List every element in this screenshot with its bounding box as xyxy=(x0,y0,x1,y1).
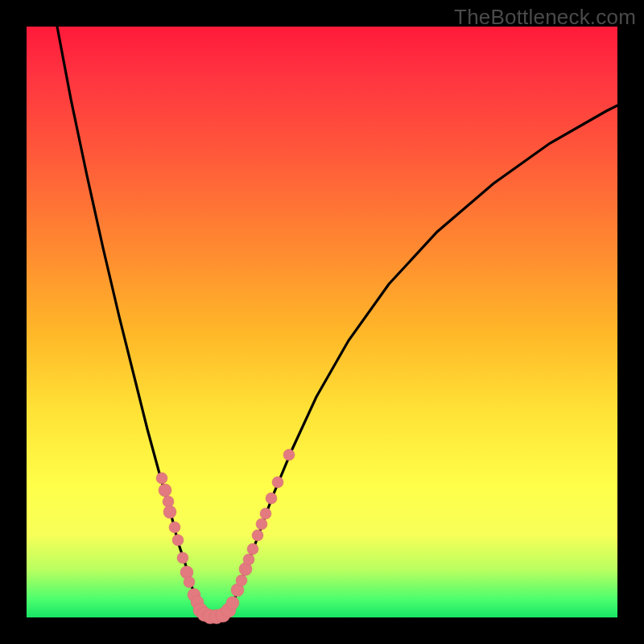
curve-marker xyxy=(247,543,258,555)
curve-marker xyxy=(266,493,277,504)
curve-marker xyxy=(163,496,174,507)
bottleneck-curve xyxy=(57,27,617,617)
curve-marker xyxy=(163,506,176,518)
curve-marker xyxy=(184,576,195,588)
curve-marker xyxy=(283,449,295,460)
curve-marker xyxy=(169,522,180,533)
curve-marker xyxy=(256,518,267,530)
curve-marker xyxy=(260,508,271,519)
curve-markers xyxy=(156,449,295,624)
curve-marker xyxy=(272,477,283,488)
curve-marker xyxy=(243,554,254,565)
curve-marker xyxy=(236,575,247,586)
curve-marker xyxy=(172,535,184,546)
chart-frame: TheBottleneck.com xyxy=(0,0,644,644)
curve-marker xyxy=(159,484,171,497)
chart-svg xyxy=(27,27,617,617)
watermark-text: TheBottleneck.com xyxy=(454,5,636,30)
curve-marker xyxy=(156,473,167,484)
curve-marker xyxy=(177,552,188,564)
curve-marker xyxy=(226,597,239,609)
curve-marker xyxy=(252,530,263,541)
